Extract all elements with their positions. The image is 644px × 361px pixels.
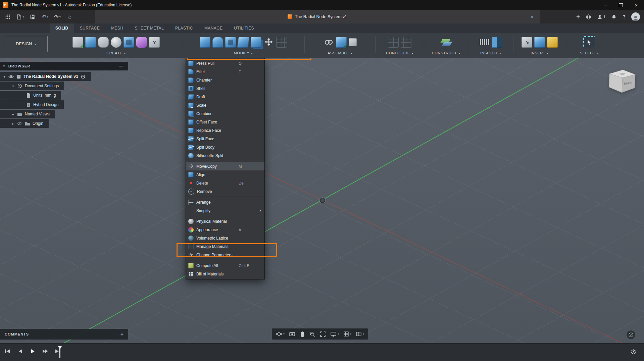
cylinder-icon[interactable] xyxy=(98,37,109,48)
new-component-icon[interactable] xyxy=(336,37,347,48)
minimize-button[interactable] xyxy=(598,0,613,10)
close-window-button[interactable]: × xyxy=(629,0,644,10)
combine-icon[interactable] xyxy=(251,37,261,48)
look-at-button[interactable] xyxy=(289,331,295,337)
tree-item-hybrid-design[interactable]: Hybrid Design xyxy=(0,100,64,109)
collapse-panel-icon[interactable]: « xyxy=(3,64,5,68)
parameters-table-icon[interactable] xyxy=(276,37,287,48)
create-form-icon[interactable] xyxy=(136,37,147,48)
menu-item-shell[interactable]: Shell xyxy=(186,84,264,93)
insert-mcmaster-icon[interactable] xyxy=(547,37,558,48)
move-copy-icon[interactable] xyxy=(263,37,274,48)
origin-point[interactable] xyxy=(320,198,325,203)
visibility-eye-icon[interactable] xyxy=(8,75,14,79)
insert-group-label[interactable]: INSERT xyxy=(531,50,549,56)
menu-item-delete[interactable]: Delete Del xyxy=(186,179,264,187)
shell-icon[interactable] xyxy=(225,37,236,48)
create-group-label[interactable]: CREATE xyxy=(106,50,126,56)
menu-item-press-pull[interactable]: Press Pull Q xyxy=(186,59,264,67)
create-sketch-icon[interactable] xyxy=(72,37,83,48)
add-comment-icon[interactable]: + xyxy=(120,331,123,337)
workspace-selector[interactable]: DESIGN xyxy=(5,36,48,52)
menu-item-change-parameters[interactable]: Change Parameters xyxy=(186,251,264,259)
select-cursor-icon[interactable] xyxy=(583,36,595,48)
zoom-button[interactable] xyxy=(309,331,315,337)
play-button[interactable] xyxy=(29,348,36,354)
configure-group-label[interactable]: CONFIGURE xyxy=(386,50,413,56)
menu-item-split-face[interactable]: Split Face xyxy=(186,135,264,143)
step-back-button[interactable] xyxy=(16,348,24,354)
caret-down-icon[interactable] xyxy=(3,75,6,79)
section-analysis-icon[interactable] xyxy=(492,37,502,48)
timeline-position-marker[interactable] xyxy=(58,346,62,358)
menu-item-combine[interactable]: Combine xyxy=(186,109,264,118)
timeline-settings-gear-icon[interactable] xyxy=(630,349,637,355)
menu-item-physical-material[interactable]: Physical Material xyxy=(186,217,264,225)
insert-derive-icon[interactable]: ↘ xyxy=(522,37,532,48)
menu-item-bill-of-materials[interactable]: Bill of Materials xyxy=(186,270,264,278)
construct-group-label[interactable]: CONSTRUCT xyxy=(432,50,460,56)
undo-button[interactable]: ↶▾ xyxy=(39,11,51,22)
browser-header[interactable]: « BROWSER xyxy=(0,62,128,70)
notifications-bell-icon[interactable] xyxy=(611,14,617,20)
close-document-icon[interactable]: × xyxy=(529,13,536,20)
maximize-button[interactable] xyxy=(613,0,629,10)
configuration-table-icon[interactable] xyxy=(401,37,411,48)
tree-item-units[interactable]: Units: mm, g xyxy=(0,91,61,100)
construct-plane-icon[interactable] xyxy=(441,37,451,48)
fit-button[interactable] xyxy=(320,331,326,337)
activate-component-icon[interactable] xyxy=(81,74,86,79)
tab-surface[interactable]: SURFACE xyxy=(74,23,105,33)
fillet-icon[interactable] xyxy=(212,37,223,48)
user-avatar[interactable] xyxy=(631,12,640,21)
menu-item-draft[interactable]: Draft xyxy=(186,93,264,101)
rigid-group-icon[interactable] xyxy=(349,38,357,46)
comments-bar[interactable]: COMMENTS + xyxy=(0,329,128,340)
inspect-group-label[interactable]: INSPECT xyxy=(480,50,501,56)
extensions-globe-icon[interactable] xyxy=(586,14,591,20)
home-button[interactable]: ⌂ xyxy=(64,11,76,22)
menu-item-scale[interactable]: Scale xyxy=(186,101,264,109)
app-launcher-icon[interactable] xyxy=(2,11,13,22)
menu-item-align[interactable]: Align xyxy=(186,170,264,179)
menu-item-silhouette-split[interactable]: Silhouette Split xyxy=(186,151,264,160)
tree-item-origin[interactable]: Origin xyxy=(0,119,49,128)
select-group-label[interactable]: SELECT xyxy=(580,50,599,56)
orbit-button[interactable] xyxy=(276,331,285,337)
tree-item-named-views[interactable]: Named Views xyxy=(0,110,55,118)
menu-item-volumetric-lattice[interactable]: Volumetric Lattice xyxy=(186,234,264,242)
menu-item-chamfer[interactable]: Chamfer xyxy=(186,76,264,84)
menu-item-offset-face[interactable]: Offset Face xyxy=(186,118,264,126)
press-pull-icon[interactable] xyxy=(200,37,210,48)
assemble-group-label[interactable]: ASSEMBLE xyxy=(328,50,352,56)
job-status-icon[interactable] xyxy=(626,330,636,340)
coil-icon[interactable] xyxy=(123,37,134,48)
display-settings-button[interactable] xyxy=(330,331,339,337)
new-tab-button[interactable]: + xyxy=(576,13,580,20)
tab-plastic[interactable]: PLASTIC xyxy=(169,23,199,33)
file-menu-button[interactable]: ▾ xyxy=(14,11,26,22)
view-cube[interactable]: BACK TOP xyxy=(603,66,641,100)
insert-canvas-icon[interactable] xyxy=(534,37,545,48)
grid-settings-button[interactable] xyxy=(343,331,351,337)
minimize-panel-icon[interactable] xyxy=(119,66,123,66)
menu-item-fillet[interactable]: Fillet F xyxy=(186,67,264,76)
offset-face-icon[interactable] xyxy=(237,37,249,48)
visibility-off-eye-icon[interactable] xyxy=(17,121,22,125)
caret-right-icon[interactable] xyxy=(11,122,15,125)
caret-right-icon[interactable] xyxy=(11,112,15,116)
step-forward-button[interactable] xyxy=(41,348,49,354)
save-button[interactable] xyxy=(27,11,38,22)
box-icon[interactable] xyxy=(85,37,96,48)
tab-utilities[interactable]: UTILITIES xyxy=(228,23,260,33)
tree-item-document-settings[interactable]: Document Settings xyxy=(0,82,64,90)
menu-item-remove[interactable]: Remove xyxy=(186,187,264,196)
pan-button[interactable] xyxy=(300,331,305,337)
menu-item-split-body[interactable]: Split Body xyxy=(186,143,264,151)
menu-item-appearance[interactable]: Appearance A xyxy=(186,225,264,234)
viewports-button[interactable] xyxy=(356,331,364,337)
redo-button[interactable]: ↷▾ xyxy=(52,11,63,22)
menu-item-replace-face[interactable]: Replace Face xyxy=(186,126,264,135)
caret-down-icon[interactable] xyxy=(11,84,15,88)
help-icon[interactable]: ? xyxy=(623,14,626,19)
